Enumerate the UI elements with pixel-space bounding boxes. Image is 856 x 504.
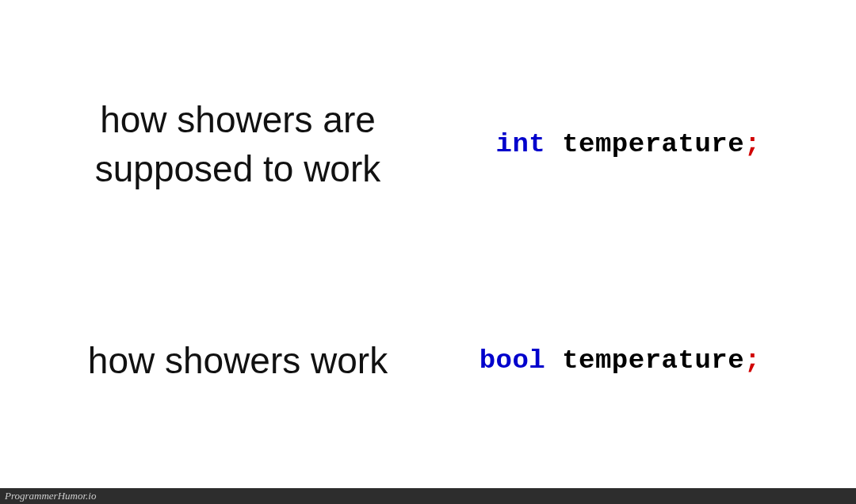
- identifier-temperature-2: temperature: [545, 346, 744, 376]
- watermark-text: ProgrammerHumor.io: [5, 490, 96, 502]
- caption-supposed: how showers are supposed to work: [63, 95, 412, 193]
- row-reality: how showers work bool temperature;: [63, 336, 808, 385]
- watermark-footer: ProgrammerHumor.io: [0, 488, 856, 504]
- keyword-int: int: [496, 129, 546, 159]
- semicolon-1: ;: [744, 129, 761, 159]
- row-supposed: how showers are supposed to work int tem…: [63, 95, 808, 193]
- code-bool-temperature: bool temperature;: [480, 346, 808, 376]
- identifier-temperature-1: temperature: [545, 129, 744, 159]
- caption-reality: how showers work: [63, 336, 412, 385]
- meme-content: how showers are supposed to work int tem…: [0, 0, 856, 488]
- semicolon-2: ;: [744, 346, 761, 376]
- keyword-bool: bool: [480, 346, 546, 376]
- code-int-temperature: int temperature;: [496, 129, 808, 159]
